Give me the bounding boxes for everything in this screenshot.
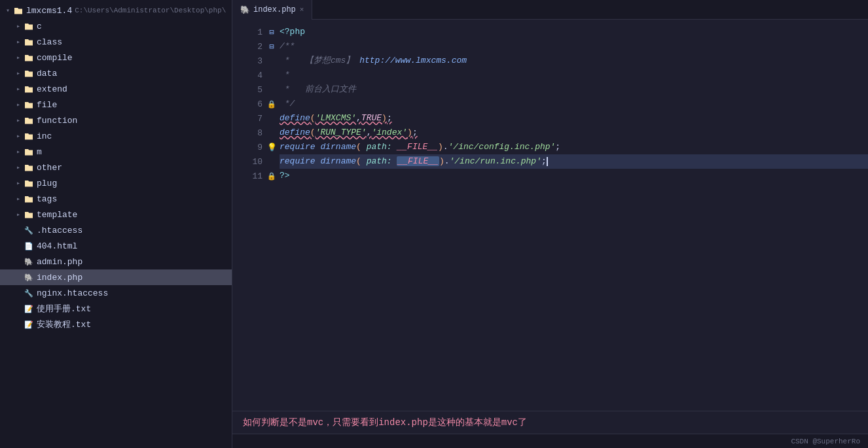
htaccess-label: .htaccess bbox=[37, 226, 82, 235]
folder-class-icon bbox=[24, 37, 34, 47]
tab-bar: 🐘 index.php × bbox=[232, 0, 868, 20]
sidebar-item-compile[interactable]: compile bbox=[0, 50, 232, 65]
sidebar-item-m[interactable]: m bbox=[0, 144, 232, 160]
code-text-11: ?> bbox=[280, 169, 868, 183]
fold-icon-2: ⊟ bbox=[266, 42, 277, 52]
sidebar-item-other[interactable]: other bbox=[0, 160, 232, 175]
line-num-6: 6 bbox=[257, 99, 262, 109]
folder-plug-arrow bbox=[13, 178, 24, 188]
line-num-8: 8 bbox=[257, 128, 262, 138]
file-nginxhtaccess[interactable]: 🔧 nginx.htaccess bbox=[0, 285, 232, 301]
folder-other-arrow bbox=[13, 162, 24, 173]
tree-root[interactable]: lmxcms1.4 C:\Users\Administrator\Desktop… bbox=[0, 3, 232, 18]
folder-class-label: class bbox=[37, 37, 62, 47]
folder-data-icon bbox=[24, 68, 34, 78]
folder-data-label: data bbox=[37, 69, 57, 78]
code-line-2: /** bbox=[280, 39, 868, 54]
folder-file-arrow bbox=[13, 99, 24, 110]
code-text-7: define('LMXCMS',TRUE); bbox=[280, 111, 868, 126]
root-label: lmxcms1.4 bbox=[26, 6, 72, 16]
folder-file-icon bbox=[24, 99, 34, 110]
404html-label: 404.html bbox=[37, 241, 77, 251]
credit-text: CSDN @SuperherRo bbox=[791, 438, 860, 445]
root-arrow bbox=[3, 5, 13, 16]
line-num-9: 9 bbox=[257, 143, 262, 152]
file-usermanual[interactable]: 📝 使用手册.txt bbox=[0, 301, 232, 317]
file-htaccess[interactable]: 🔧 .htaccess bbox=[0, 222, 232, 238]
admin-php-icon: 🐘 bbox=[24, 256, 34, 267]
lightbulb-icon-9: 💡 bbox=[266, 143, 277, 152]
html-file-icon: 📄 bbox=[24, 241, 34, 251]
sidebar-item-file[interactable]: file bbox=[0, 97, 232, 112]
root-folder-icon bbox=[13, 5, 24, 16]
code-line-8: define('RUN_TYPE','index'); bbox=[280, 126, 868, 140]
file-tree: lmxcms1.4 C:\Users\Administrator\Desktop… bbox=[0, 0, 232, 448]
sidebar-item-tags[interactable]: tags bbox=[0, 191, 232, 207]
gutter-area: 1 ⊟ 2 ⊟ 3 4 5 bbox=[232, 25, 280, 411]
line-num-7: 7 bbox=[257, 114, 262, 124]
sidebar-item-extend[interactable]: extend bbox=[0, 81, 232, 97]
sidebar-item-class[interactable]: class bbox=[0, 34, 232, 50]
sidebar-item-data[interactable]: data bbox=[0, 65, 232, 81]
lock-icon-11: 🔒 bbox=[266, 172, 277, 181]
sidebar-item-inc[interactable]: inc bbox=[0, 128, 232, 144]
folder-compile-icon bbox=[24, 52, 34, 63]
file-indexphp[interactable]: 🐘 index.php bbox=[0, 269, 232, 285]
code-line-10: require dirname( path: __FILE__).'/inc/r… bbox=[280, 154, 868, 169]
folder-template-arrow bbox=[13, 209, 24, 220]
fold-icon-1: ⊟ bbox=[266, 27, 277, 37]
code-line-1: <?php bbox=[280, 25, 868, 39]
code-text-9: require dirname( path: __FILE__).'/inc/c… bbox=[280, 140, 868, 154]
folder-tags-icon bbox=[24, 194, 34, 204]
folder-other-icon bbox=[24, 162, 34, 173]
tab-label: index.php bbox=[253, 5, 296, 14]
file-installguide[interactable]: 📝 安装教程.txt bbox=[0, 317, 232, 332]
line-num-10: 10 bbox=[252, 157, 262, 167]
annotation-text: 如何判断是不是mvc，只需要看到index.php是这种的基本就是mvc了 bbox=[243, 417, 527, 428]
sidebar-item-c[interactable]: c bbox=[0, 18, 232, 34]
tab-close-button[interactable]: × bbox=[300, 6, 304, 14]
code-editor[interactable]: 1 ⊟ 2 ⊟ 3 4 5 bbox=[232, 20, 868, 411]
nginxhtaccess-label: nginx.htaccess bbox=[37, 288, 108, 298]
line-num-11: 11 bbox=[252, 171, 262, 181]
folder-template-icon bbox=[24, 209, 34, 220]
sidebar-item-template[interactable]: template bbox=[0, 207, 232, 222]
folder-inc-icon bbox=[24, 131, 34, 141]
indexphp-label: index.php bbox=[37, 273, 82, 283]
folder-compile-arrow bbox=[13, 52, 24, 63]
code-text-8: define('RUN_TYPE','index'); bbox=[280, 126, 868, 140]
code-line-7: define('LMXCMS',TRUE); bbox=[280, 111, 868, 126]
status-bar: CSDN @SuperherRo bbox=[232, 434, 868, 448]
file-adminphp[interactable]: 🐘 admin.php bbox=[0, 254, 232, 269]
installguide-icon: 📝 bbox=[24, 319, 34, 330]
root-path: C:\Users\Administrator\Desktop\php\ bbox=[75, 7, 226, 14]
folder-compile-label: compile bbox=[37, 53, 73, 63]
tab-indexphp[interactable]: 🐘 index.php × bbox=[232, 0, 312, 20]
tab-php-icon: 🐘 bbox=[240, 5, 249, 14]
folder-m-arrow bbox=[13, 146, 24, 157]
line-num-2: 2 bbox=[257, 42, 262, 52]
code-text-5: * 前台入口文件 bbox=[280, 82, 868, 97]
code-text-4: * bbox=[280, 68, 868, 82]
sidebar-item-function[interactable]: function bbox=[0, 112, 232, 128]
line-num-5: 5 bbox=[257, 85, 262, 95]
folder-extend-icon bbox=[24, 84, 34, 94]
folder-inc-label: inc bbox=[37, 131, 52, 141]
sidebar-item-plug[interactable]: plug bbox=[0, 175, 232, 191]
usermanual-icon: 📝 bbox=[24, 303, 34, 314]
file-404html[interactable]: 📄 404.html bbox=[0, 238, 232, 254]
folder-extend-label: extend bbox=[37, 84, 67, 94]
line-num-1: 1 bbox=[257, 27, 262, 37]
installguide-label: 安装教程.txt bbox=[37, 319, 91, 330]
folder-data-arrow bbox=[13, 68, 24, 78]
htaccess-file-icon: 🔧 bbox=[24, 225, 34, 235]
folder-m-icon bbox=[24, 146, 34, 157]
code-line-5: * 前台入口文件 bbox=[280, 82, 868, 97]
text-cursor bbox=[547, 157, 548, 166]
folder-inc-arrow bbox=[13, 131, 24, 141]
folder-plug-label: plug bbox=[37, 179, 57, 188]
folder-function-label: function bbox=[37, 116, 77, 126]
folder-function-icon bbox=[24, 115, 34, 126]
folder-tags-arrow bbox=[13, 194, 24, 204]
folder-plug-icon bbox=[24, 178, 34, 188]
